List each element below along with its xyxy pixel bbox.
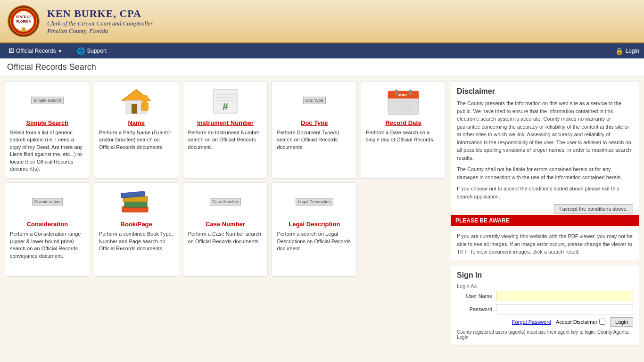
legal-description-icon: Legal Description — [296, 189, 333, 217]
signin-title: Sign In — [457, 271, 633, 280]
username-label: User Name — [457, 293, 492, 299]
support-label: Support — [87, 48, 107, 54]
instrument-number-icon: # — [206, 87, 244, 115]
doc-type-icon: Doc Type — [296, 87, 333, 115]
disclaimer-para-2: The County shall not be liable for error… — [457, 165, 633, 181]
simple-search-card[interactable]: Simple Search Simple Search Select from … — [5, 81, 90, 179]
svg-rect-10 — [141, 102, 149, 111]
right-sidebar: Disclaimer The County presents the infor… — [451, 81, 639, 358]
svg-rect-8 — [132, 104, 137, 114]
password-label: Password — [457, 306, 492, 312]
navbar-right[interactable]: 🔒 Login — [615, 47, 639, 55]
simple-search-desc: Select from a list of generic search opt… — [10, 129, 85, 173]
official-records-label: Official Records — [16, 48, 56, 54]
record-date-title[interactable]: Record Date — [366, 119, 441, 126]
signin-box: Sign In Login As User Name Password Forg… — [451, 265, 639, 346]
svg-text:#: # — [223, 100, 228, 112]
lock-icon: 🔒 — [615, 47, 623, 55]
login-as-label: Login As — [457, 283, 633, 289]
simple-search-title[interactable]: Simple Search — [10, 119, 85, 126]
official-records-menu[interactable]: 🖼 Official Records ▼ — [5, 45, 66, 57]
name-icon — [117, 87, 155, 115]
case-number-title[interactable]: Case Number — [188, 221, 263, 228]
svg-text:JUNE: JUNE — [398, 93, 408, 97]
please-aware-header: PLEASE BE AWARE — [451, 215, 639, 226]
doc-type-desc: Perform Document Type(s) search on Offic… — [277, 129, 352, 151]
main-layout: Simple Search Simple Search Select from … — [0, 76, 644, 362]
dropdown-arrow-icon: ▼ — [58, 49, 62, 54]
accept-conditions-button[interactable]: I accept the conditions above. — [554, 204, 633, 214]
org-name: Ken Burke, CPA — [47, 8, 153, 20]
name-card[interactable]: Name Perform a Party Name (Grantor and/o… — [94, 81, 179, 179]
instrument-number-card[interactable]: # Instrument Number Perform an Instrumen… — [183, 81, 268, 179]
signin-actions: Forgot Password Accept Disclaimer Login — [457, 317, 633, 327]
org-subtitle2: Pinellas County, Florida — [47, 27, 153, 35]
page-header: STATE OF FLORIDA Ken Burke, CPA Clerk of… — [0, 0, 644, 43]
password-row: Password — [457, 304, 633, 314]
svg-rect-26 — [409, 90, 412, 95]
book-page-icon — [117, 189, 155, 217]
legal-description-desc: Perform a search on Legal Descriptions o… — [277, 230, 352, 252]
record-date-desc: Perform a Date search on a single day of… — [366, 129, 441, 144]
consideration-desc: Perform a Consideration range (upper & l… — [10, 230, 85, 260]
navbar: 🖼 Official Records ▼ 🌐 Support 🔒 Login — [0, 43, 644, 58]
consideration-card[interactable]: Consideration Consideration Perform a Co… — [5, 182, 90, 277]
consideration-icon: Consideration — [28, 189, 66, 217]
navbar-left: 🖼 Official Records ▼ 🌐 Support — [5, 45, 110, 57]
globe-icon: 🌐 — [77, 47, 85, 55]
consideration-title[interactable]: Consideration — [10, 221, 85, 228]
agent-text: County registered users (agents) must us… — [457, 329, 633, 340]
password-input[interactable] — [496, 304, 633, 314]
book-page-desc: Perform a combined Book Type, Number and… — [99, 230, 174, 252]
record-date-icon: JUNE — [385, 87, 422, 115]
accept-disclaimer-checkbox-group: Accept Disclaimer — [556, 319, 605, 325]
username-row: User Name — [457, 291, 633, 301]
legal-description-card[interactable]: Legal Description Legal Description Perf… — [272, 182, 357, 277]
instrument-number-desc: Perform an Instrument Number search on a… — [188, 129, 263, 151]
disclaimer-box: Disclaimer The County presents the infor… — [451, 81, 639, 210]
disclaimer-title: Disclaimer — [457, 87, 633, 96]
name-title[interactable]: Name — [99, 119, 174, 126]
accept-disclaimer-checkbox[interactable] — [599, 319, 605, 325]
svg-point-9 — [141, 95, 149, 102]
simple-search-icon: Simple Search — [28, 87, 66, 115]
seal-logo: STATE OF FLORIDA — [7, 5, 40, 38]
book-page-title[interactable]: Book/Page — [99, 221, 174, 228]
case-number-card[interactable]: Case Number Case Number Perform a Case N… — [183, 182, 268, 277]
svg-text:STATE OF: STATE OF — [16, 15, 32, 18]
please-aware-text: If you are currently viewing this websit… — [451, 229, 639, 260]
disclaimer-para-3: If you choose not to accept the conditio… — [457, 185, 633, 200]
name-desc: Perform a Party Name (Grantor and/or Gra… — [99, 129, 174, 151]
support-menu[interactable]: 🌐 Support — [73, 45, 110, 57]
page-title: Official Records Search — [0, 58, 644, 76]
username-input[interactable] — [496, 291, 633, 301]
case-number-desc: Perform a Case Number search on Official… — [188, 230, 263, 245]
instrument-number-title[interactable]: Instrument Number — [188, 119, 263, 126]
official-records-icon: 🖼 — [8, 48, 14, 54]
login-label: Login — [626, 48, 639, 54]
svg-rect-25 — [395, 90, 398, 95]
forgot-password-link[interactable]: Forgot Password — [512, 319, 551, 325]
doc-type-title[interactable]: Doc Type — [277, 119, 352, 126]
legal-description-title[interactable]: Legal Description — [277, 221, 352, 228]
disclaimer-para-1: The County presents the information on t… — [457, 99, 633, 162]
login-button[interactable]: Login — [610, 317, 633, 327]
case-number-icon: Case Number — [206, 189, 244, 217]
record-date-card[interactable]: JUNE Record Date Perform a Date search o… — [361, 81, 446, 179]
org-subtitle1: Clerk of the Circuit Court and Comptroll… — [47, 20, 153, 27]
book-page-card[interactable]: Book/Page Perform a combined Book Type, … — [94, 182, 179, 277]
accept-disclaimer-label: Accept Disclaimer — [556, 319, 597, 325]
svg-text:FLORIDA: FLORIDA — [16, 20, 31, 23]
header-text: Ken Burke, CPA Clerk of the Circuit Cour… — [47, 8, 153, 35]
doc-type-card[interactable]: Doc Type Doc Type Perform Document Type(… — [272, 81, 357, 179]
search-cards-area: Simple Search Simple Search Select from … — [5, 81, 446, 358]
